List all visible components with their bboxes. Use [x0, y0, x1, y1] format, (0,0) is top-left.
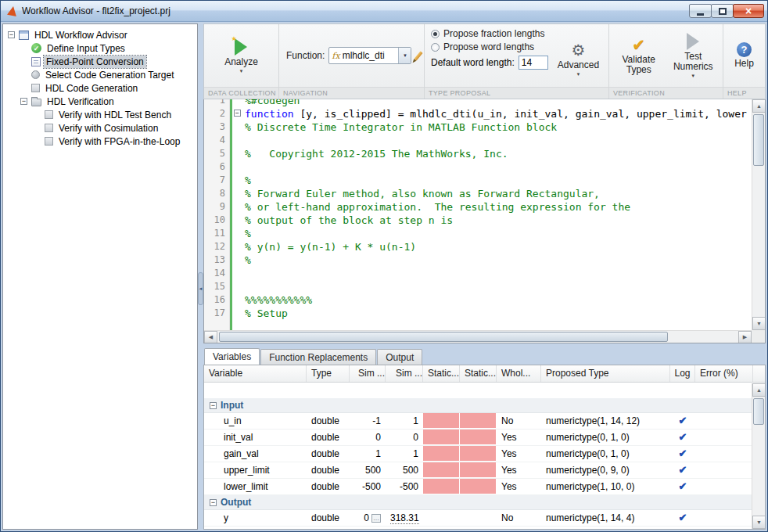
cell-sim[interactable]: 1: [386, 413, 423, 429]
editor-vscrollbar[interactable]: ▲ ▼: [752, 99, 765, 330]
tree-item-verify-with-fpga-in-the-loop[interactable]: Verify with FPGA-in-the-Loop: [3, 135, 197, 148]
table-row-lower-limit[interactable]: lower_limitdouble-500-500Yesnumerictype(…: [204, 479, 765, 495]
tree-item-verify-with-hdl-test-bench[interactable]: Verify with HDL Test Bench: [3, 108, 197, 121]
expander-icon[interactable]: −: [20, 98, 27, 105]
log-check-icon: ✔: [679, 480, 687, 492]
cell-proposed-type[interactable]: numerictype(1, 14, 4): [541, 510, 670, 526]
validate-types-button[interactable]: ✔ Validate Types: [612, 35, 666, 77]
tab-variables[interactable]: Variables: [204, 348, 260, 365]
group-row-output[interactable]: −Output: [204, 495, 765, 510]
cell-static: [460, 413, 497, 429]
advanced-button[interactable]: ⚙ Advanced ▼: [553, 41, 604, 78]
cell-log[interactable]: ✔: [670, 510, 695, 526]
column-header-log[interactable]: Log: [670, 365, 695, 382]
scroll-up-icon[interactable]: ▲: [752, 99, 766, 113]
editor-vscroll-thumb[interactable]: [753, 114, 764, 166]
table-row-init-val[interactable]: init_valdouble00Yesnumerictype(0, 1, 0)✔: [204, 430, 765, 446]
cell-log[interactable]: ✔: [670, 413, 695, 429]
column-header-sim[interactable]: Sim ...: [350, 365, 386, 382]
propose-fraction-radio-icon[interactable]: [431, 30, 440, 38]
cell-sim[interactable]: 0: [350, 430, 386, 445]
column-header-sim[interactable]: Sim ...: [386, 365, 423, 382]
cell-sim[interactable]: -500: [350, 479, 386, 494]
propose-fraction-lengths-radio[interactable]: Propose fraction lengths: [431, 28, 548, 39]
close-button[interactable]: ×: [733, 4, 764, 18]
cell-log[interactable]: ✔: [670, 430, 695, 445]
column-header-whol[interactable]: Whol...: [497, 365, 541, 382]
cell-proposed-type[interactable]: numerictype(0, 1, 0): [541, 430, 670, 445]
cell-sim[interactable]: 318.31: [386, 510, 423, 526]
column-header-proposed-type[interactable]: Proposed Type: [541, 365, 670, 382]
tree-item-define-input-types[interactable]: ✓Define Input Types: [3, 41, 197, 55]
tree-item-hdl-workflow-advisor[interactable]: −HDL Workflow Advisor: [3, 28, 197, 41]
propose-word-radio-icon[interactable]: [431, 43, 440, 52]
cell-sim[interactable]: 500: [386, 462, 423, 478]
tree-item-fixed-point-conversion[interactable]: Fixed-Point Conversion: [3, 55, 197, 68]
help-button[interactable]: ? Help: [730, 41, 759, 70]
table-row-y[interactable]: ydouble0…318.31Nonumerictype(1, 14, 4)✔: [204, 510, 765, 527]
collapse-icon[interactable]: −: [210, 402, 217, 409]
tab-output[interactable]: Output: [377, 349, 422, 365]
scroll-down-icon[interactable]: ▼: [752, 516, 766, 529]
function-dropdown[interactable]: fx mlhdlc_dti ▼: [328, 47, 411, 64]
cell-log[interactable]: ✔: [670, 446, 695, 462]
titlebar[interactable]: Workflow Advisor - flt2fix_project.prj ×: [1, 1, 767, 22]
scroll-right-icon[interactable]: ▶: [738, 331, 752, 343]
column-header-static[interactable]: Static...: [423, 365, 460, 382]
table-vscrollbar[interactable]: ▲ ▼: [752, 383, 765, 529]
cell-log[interactable]: ✔: [670, 479, 695, 494]
tab-function-replacements[interactable]: Function Replacements: [260, 349, 376, 365]
editor-hscroll-thumb[interactable]: [219, 332, 668, 342]
expander-icon[interactable]: −: [8, 31, 15, 38]
cell-proposed-type[interactable]: numerictype(0, 1, 0): [541, 446, 670, 462]
maximize-button[interactable]: [711, 4, 734, 18]
editor-hscrollbar[interactable]: ◀ ▶: [204, 330, 752, 343]
cell-sim[interactable]: -500: [386, 479, 423, 494]
tree-item-verify-with-cosimulation[interactable]: Verify with Cosimulation: [3, 121, 197, 135]
code-segment: %: [245, 174, 251, 186]
table-vscroll-thumb[interactable]: [753, 398, 764, 425]
minimize-button[interactable]: [689, 4, 712, 18]
tree-item-select-code-generation-target[interactable]: Select Code Generation Target: [3, 68, 197, 81]
cell-proposed-type[interactable]: numerictype(0, 9, 0): [541, 462, 670, 478]
cell-sim[interactable]: 500: [350, 462, 386, 478]
column-header-type[interactable]: Type: [307, 365, 350, 382]
tree-item-hdl-code-generation[interactable]: HDL Code Generation: [3, 81, 197, 95]
analyze-button[interactable]: ★ Analyze ▼: [220, 37, 263, 75]
table-row-upper-limit[interactable]: upper_limitdouble500500Yesnumerictype(0,…: [204, 462, 765, 479]
dropdown-arrow-icon[interactable]: ▼: [398, 48, 411, 63]
cell-proposed-type[interactable]: numerictype(1, 14, 12): [541, 413, 670, 429]
ellipsis-badge-icon[interactable]: …: [371, 514, 381, 523]
code-segment: %: [245, 254, 251, 266]
collapse-panel-chevron-icon[interactable]: ◄: [198, 272, 203, 305]
test-play-icon: [687, 33, 699, 50]
collapse-icon[interactable]: −: [210, 499, 217, 506]
table-row-u-in[interactable]: u_indouble-11Nonumerictype(1, 14, 12)✔: [204, 413, 765, 430]
tree-item-hdl-verification[interactable]: −HDL Verification: [3, 95, 197, 108]
group-row-input[interactable]: −Input: [204, 398, 765, 413]
edit-function-button[interactable]: [415, 47, 421, 64]
code-editor[interactable]: 1234567891011121314151617 %#codegen−func…: [203, 99, 766, 343]
cell-sim[interactable]: -1: [350, 413, 386, 429]
code-area[interactable]: %#codegen−function [y, is_clipped] = mlh…: [232, 99, 765, 343]
scroll-down-icon[interactable]: ▼: [752, 317, 766, 330]
column-header-static[interactable]: Static...: [460, 365, 497, 382]
panel-splitter[interactable]: ◄: [198, 23, 203, 530]
cell-log[interactable]: ✔: [670, 462, 695, 478]
test-numerics-button[interactable]: Test Numerics ▼: [667, 31, 720, 80]
table-row-gain-val[interactable]: gain_valdouble11Yesnumerictype(0, 1, 0)✔: [204, 446, 765, 462]
cell-proposed-type[interactable]: numerictype(1, 10, 0): [541, 479, 670, 494]
cell-error: [695, 479, 753, 494]
cell-sim[interactable]: 1: [350, 446, 386, 462]
default-word-length-input[interactable]: [519, 56, 548, 70]
fold-collapse-icon[interactable]: −: [234, 110, 241, 117]
cell-sim[interactable]: 1: [386, 446, 423, 462]
cell-sim[interactable]: 0…: [350, 510, 386, 526]
sim-max-value: -500: [400, 481, 418, 492]
scroll-up-icon[interactable]: ▲: [752, 383, 766, 397]
scroll-left-icon[interactable]: ◀: [204, 331, 217, 343]
cell-sim[interactable]: 0: [386, 430, 423, 445]
column-header-error[interactable]: Error (%): [695, 365, 753, 382]
propose-word-lengths-radio[interactable]: Propose word lengths: [431, 41, 548, 52]
column-header-variable[interactable]: Variable: [204, 365, 307, 382]
